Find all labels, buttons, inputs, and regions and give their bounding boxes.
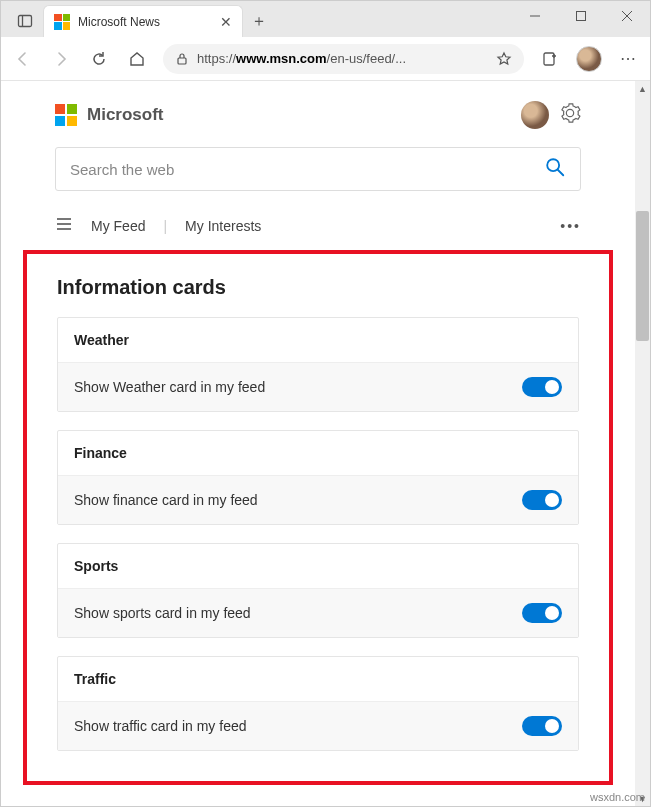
svg-rect-7	[544, 53, 554, 65]
nav-more-button[interactable]: •••	[560, 218, 581, 234]
svg-rect-0	[19, 16, 32, 27]
browser-window: Microsoft News ✕ ＋ https://www.msn.com/e…	[0, 0, 651, 807]
nav-my-interests[interactable]: My Interests	[185, 218, 261, 234]
card-sports: Sports Show sports card in my feed	[57, 543, 579, 638]
search-icon	[544, 156, 566, 178]
nav-divider: |	[163, 218, 167, 234]
card-finance: Finance Show finance card in my feed	[57, 430, 579, 525]
minimize-button[interactable]	[512, 1, 558, 31]
url-text: https://www.msn.com/en-us/feed/...	[197, 51, 488, 66]
settings-button[interactable]	[559, 102, 581, 128]
card-label: Show traffic card in my feed	[74, 718, 246, 734]
card-title: Weather	[58, 318, 578, 362]
watermark: wsxdn.com	[590, 791, 645, 803]
search-input[interactable]	[70, 161, 544, 178]
card-traffic: Traffic Show traffic card in my feed	[57, 656, 579, 751]
brand-text: Microsoft	[87, 105, 511, 125]
lock-icon	[175, 52, 189, 66]
collections-button[interactable]	[538, 47, 562, 71]
section-title: Information cards	[57, 276, 579, 299]
card-weather: Weather Show Weather card in my feed	[57, 317, 579, 412]
page-content: Microsoft My Feed | My Interests	[1, 81, 635, 785]
forward-button[interactable]	[49, 47, 73, 71]
microsoft-logo-icon	[55, 104, 77, 126]
toggle-finance[interactable]	[522, 490, 562, 510]
highlight-box: Information cards Weather Show Weather c…	[23, 250, 613, 785]
gear-icon	[559, 102, 581, 124]
toggle-sports[interactable]	[522, 603, 562, 623]
card-body: Show finance card in my feed	[58, 475, 578, 524]
search-button[interactable]	[544, 156, 566, 182]
hamburger-icon	[55, 215, 73, 233]
card-label: Show finance card in my feed	[74, 492, 258, 508]
close-window-button[interactable]	[604, 1, 650, 31]
viewport: Microsoft My Feed | My Interests	[1, 81, 650, 806]
window-controls	[512, 1, 650, 31]
svg-rect-6	[178, 58, 186, 64]
card-body: Show sports card in my feed	[58, 588, 578, 637]
menu-button[interactable]: ⋯	[616, 47, 640, 71]
scrollbar[interactable]: ▲ ▼	[635, 81, 650, 806]
toggle-traffic[interactable]	[522, 716, 562, 736]
refresh-button[interactable]	[87, 47, 111, 71]
scroll-up-button[interactable]: ▲	[635, 81, 650, 96]
nav-my-feed[interactable]: My Feed	[91, 218, 145, 234]
nav-bar: My Feed | My Interests •••	[41, 205, 595, 250]
page-header: Microsoft	[41, 101, 595, 129]
tab-actions-icon	[17, 13, 33, 29]
address-bar[interactable]: https://www.msn.com/en-us/feed/...	[163, 44, 524, 74]
card-label: Show sports card in my feed	[74, 605, 251, 621]
scroll-thumb[interactable]	[636, 211, 649, 341]
card-title: Traffic	[58, 657, 578, 701]
card-label: Show Weather card in my feed	[74, 379, 265, 395]
back-button[interactable]	[11, 47, 35, 71]
user-avatar[interactable]	[521, 101, 549, 129]
new-tab-button[interactable]: ＋	[243, 5, 275, 37]
tab-favicon	[54, 14, 70, 30]
search-box[interactable]	[55, 147, 581, 191]
favorite-icon[interactable]	[496, 51, 512, 67]
tab-title: Microsoft News	[78, 15, 212, 29]
card-body: Show Weather card in my feed	[58, 362, 578, 411]
profile-button[interactable]	[576, 46, 602, 72]
tab-strip: Microsoft News ✕ ＋	[1, 1, 275, 37]
card-title: Sports	[58, 544, 578, 588]
hamburger-button[interactable]	[55, 215, 73, 236]
maximize-button[interactable]	[558, 1, 604, 31]
home-button[interactable]	[125, 47, 149, 71]
tab-actions-button[interactable]	[7, 5, 43, 37]
toggle-weather[interactable]	[522, 377, 562, 397]
card-body: Show traffic card in my feed	[58, 701, 578, 750]
svg-rect-3	[577, 12, 586, 21]
card-title: Finance	[58, 431, 578, 475]
svg-line-9	[558, 170, 564, 176]
toolbar: https://www.msn.com/en-us/feed/... ⋯	[1, 37, 650, 81]
tab-close-button[interactable]: ✕	[220, 14, 232, 30]
titlebar: Microsoft News ✕ ＋	[1, 1, 650, 37]
browser-tab[interactable]: Microsoft News ✕	[43, 5, 243, 37]
